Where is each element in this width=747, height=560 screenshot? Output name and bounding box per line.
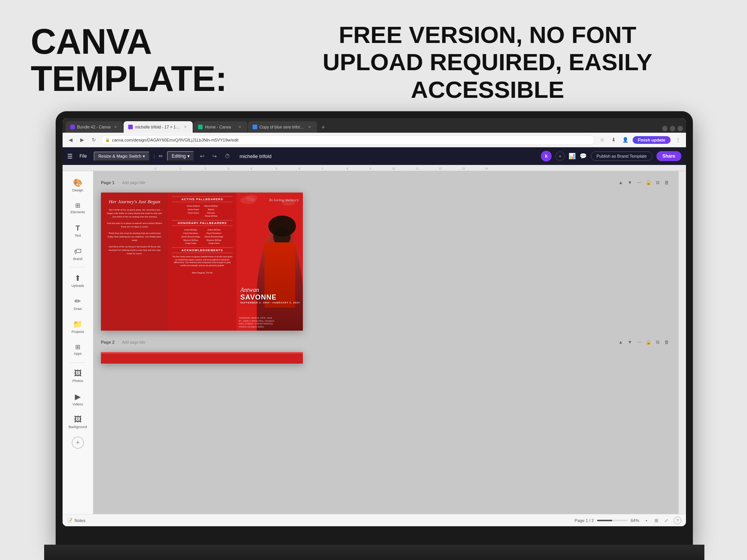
- file-button[interactable]: File: [76, 152, 90, 160]
- reload-button[interactable]: ↻: [89, 136, 98, 144]
- more-options-icon[interactable]: ⋮: [674, 136, 682, 144]
- sidebar-item-design[interactable]: 🎨 Design: [66, 174, 90, 196]
- page-1-label: Page 1: [101, 180, 114, 185]
- page-2-label: Page 2: [101, 340, 114, 344]
- left-panel: Her Journey's Just Begun Don't think of …: [101, 193, 168, 331]
- profile-icon[interactable]: 👤: [621, 136, 630, 144]
- add-collaborator-button[interactable]: +: [555, 152, 565, 161]
- tab-home[interactable]: Home - Canva ✕: [193, 121, 247, 133]
- tab-bar: Bundle 42 - Canva ✕ michelle trifold - 1…: [63, 118, 686, 133]
- back-button[interactable]: ◀: [66, 136, 75, 144]
- design-icon: 🎨: [73, 178, 83, 187]
- pencil-icon: ✏: [159, 153, 163, 159]
- sidebar-item-text[interactable]: T Text: [66, 220, 90, 242]
- tab-bundle42[interactable]: Bundle 42 - Canva ✕: [66, 121, 123, 133]
- honorary-name-3: Derek Breckenridge: [181, 235, 200, 239]
- view-buttons: ▪ ⊞ ⤢: [642, 516, 671, 525]
- sidebar-item-background[interactable]: 🖼 Background: [66, 411, 90, 433]
- editing-chevron-icon: ▾: [187, 153, 190, 159]
- new-tab-button[interactable]: +: [318, 122, 329, 133]
- fullscreen-button[interactable]: ⤢: [662, 516, 671, 525]
- redo-button[interactable]: ↪: [210, 152, 219, 161]
- share-button[interactable]: Share: [656, 151, 681, 161]
- page-2-duplicate-button[interactable]: ⧉: [654, 338, 661, 346]
- resize-magic-switch-button[interactable]: Resize & Magic Switch ▾: [94, 152, 150, 161]
- bottom-status-bar: 📝 Notes Page 1 / 2 64% ▪ ⊞ ⤢ ?: [63, 514, 686, 526]
- name-overlay: Antwan SAVONNE SEPTEMBER 4, 1948 - FEBRU…: [240, 287, 303, 304]
- name-script: Antwan: [240, 287, 303, 293]
- design-canvas[interactable]: Page 1 • Add page title ▲ ▼ ⋯ 🔒 ⧉ 🗑: [93, 171, 678, 514]
- page-up-button[interactable]: ▲: [617, 179, 625, 186]
- notes-button[interactable]: 📝 Notes: [67, 518, 86, 523]
- design-page-2[interactable]: [101, 352, 303, 364]
- page-2-down-button[interactable]: ▼: [626, 338, 634, 346]
- sidebar-item-projects[interactable]: 📁 Projects: [66, 316, 90, 337]
- sidebar-item-draw[interactable]: ✏ Draw: [66, 293, 90, 314]
- honorary-name-7: Floyd Harrelson: [205, 232, 223, 235]
- address-bar-right: ☆ ⬇ 👤 Finish update ⋮: [598, 136, 683, 144]
- brand-label: Brand: [73, 257, 82, 261]
- finish-update-button[interactable]: Finish update: [633, 136, 671, 144]
- design-page-1[interactable]: Her Journey's Just Begun Don't think of …: [101, 193, 303, 331]
- tab-close-michelle[interactable]: ✕: [183, 124, 188, 130]
- page-2-delete-button[interactable]: 🗑: [663, 338, 671, 346]
- tab-close-blue-sere[interactable]: ✕: [307, 124, 312, 130]
- sub-title-line2: UPLOAD REQUIRED, EASILY: [323, 49, 653, 75]
- help-button[interactable]: ?: [674, 517, 681, 524]
- forward-button[interactable]: ▶: [78, 136, 86, 144]
- comment-icon[interactable]: 💬: [580, 153, 587, 160]
- resize-label: Resize & Magic Switch: [98, 154, 141, 158]
- page-1-add-title[interactable]: Add page title: [122, 181, 145, 185]
- sidebar-item-photos[interactable]: 🖼 Photos: [66, 365, 90, 387]
- page-2-more-button[interactable]: ⋯: [635, 338, 643, 346]
- page-2-lock-button[interactable]: 🔒: [645, 338, 652, 346]
- url-bar[interactable]: 🔒 canva.com/design/DAGAY60EmvQ/9VGfLjJ1L…: [101, 135, 595, 145]
- single-page-view-button[interactable]: ▪: [642, 516, 651, 525]
- toolbar-divider: |: [154, 153, 155, 159]
- tab-blue-sere[interactable]: Copy of blue sere trifold - 21... ✕: [248, 121, 317, 133]
- add-sidebar-button[interactable]: +: [72, 436, 84, 449]
- poem-text-1: Don't think of her as gone away, her Jou…: [106, 208, 164, 219]
- service-line3: KING STREET, CHRISTIANSTED,: [239, 323, 274, 326]
- grid-view-button[interactable]: ⊞: [652, 516, 661, 525]
- address-bar: ◀ ▶ ↻ 🔒 canva.com/design/DAGAY60EmvQ/9VG…: [63, 133, 686, 147]
- canva-toolbar: ☰ File Resize & Magic Switch ▾ | ✏ Editi…: [63, 147, 686, 165]
- tab-close-home[interactable]: ✕: [237, 124, 243, 130]
- page-2-up-button[interactable]: ▲: [617, 338, 625, 346]
- text-label: Text: [74, 234, 81, 237]
- ruler: 0 1 2 3 4 5 6 7 8 9 10 11 12 13 14: [63, 165, 686, 171]
- tab-close-bundle42[interactable]: ✕: [113, 124, 118, 130]
- tab-michelle[interactable]: michelle trifold - 17 × 11in ✕: [124, 121, 193, 133]
- honorary-name-9: Maurice McRae: [205, 239, 223, 242]
- pallbearer-name-6: Harrison: [204, 211, 218, 215]
- acknowledgements-text: The Iles Family wants to express heartfe…: [172, 255, 233, 267]
- analytics-icon[interactable]: 📊: [569, 153, 576, 160]
- page-delete-button[interactable]: 🗑: [663, 179, 671, 186]
- sidebar-item-videos[interactable]: ▶ Videos: [66, 388, 90, 410]
- page-lock-button[interactable]: 🔒: [645, 179, 652, 186]
- sidebar-item-uploads[interactable]: ⬆ Uploads: [66, 270, 90, 291]
- cloud-2: [246, 194, 258, 201]
- download-icon[interactable]: ⬇: [610, 136, 618, 144]
- page-more-button[interactable]: ⋯: [635, 179, 643, 186]
- undo-button[interactable]: ↩: [198, 152, 207, 161]
- service-line4: VIRGIN ISLANDS 00820: [239, 326, 274, 329]
- page-progress-fill: [597, 520, 612, 521]
- timer-icon[interactable]: ⏱: [223, 152, 232, 161]
- editing-button[interactable]: Editing ▾: [167, 151, 194, 161]
- page-duplicate-button[interactable]: ⧉: [654, 179, 661, 186]
- sidebar-item-apps[interactable]: ⊞ Apps: [66, 339, 90, 360]
- middle-panel: ACTIVE PALLBEARERS Omar Ashford Javon Av…: [168, 193, 236, 331]
- publish-button[interactable]: Publish as Brand Template: [591, 152, 653, 161]
- hamburger-icon[interactable]: ☰: [67, 153, 73, 160]
- document-title: michelle trifold: [240, 153, 271, 159]
- tab-favicon-blue-sere: [253, 125, 257, 129]
- sidebar-item-brand[interactable]: 🏷 Brand: [66, 243, 90, 265]
- user-avatar: k: [541, 151, 552, 161]
- page-2-add-title[interactable]: Add page title: [122, 340, 145, 344]
- pallbearer-name-3: Chad Jones: [187, 211, 200, 215]
- elements-icon: ⊞: [75, 202, 80, 209]
- page-down-button[interactable]: ▼: [626, 179, 634, 186]
- bookmark-icon[interactable]: ☆: [598, 136, 607, 144]
- sidebar-item-elements[interactable]: ⊞ Elements: [66, 197, 90, 219]
